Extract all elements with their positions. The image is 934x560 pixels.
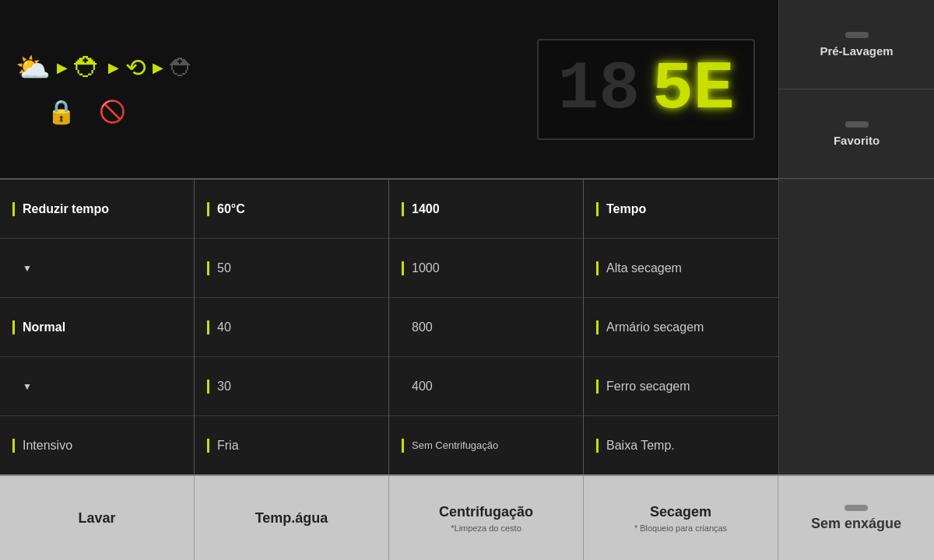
lavar-bottom-label: Lavar [78, 510, 115, 527]
normal-label: Normal [23, 320, 65, 334]
armario-secagem-indicator [596, 320, 599, 334]
tempo-indicator [596, 202, 599, 216]
sem-enxague-indicator [844, 505, 868, 511]
display-area: 18 5E [514, 0, 778, 178]
1000-cell[interactable]: 1000 [389, 239, 583, 298]
normal-indicator [12, 320, 15, 334]
display-digit-2: 5E [652, 55, 735, 124]
washing-machine-panel: ⛅ ▶ ⛑ ▶ ⟲ ▶ ⛑ 🔒 🚫 18 5E [0, 0, 934, 560]
sem-enxague-label: Sem enxágue [811, 516, 901, 532]
sem-centrifugacao-cell[interactable]: Sem Centrifugação [389, 416, 583, 474]
sem-centrifugacao-label: Sem Centrifugação [412, 439, 498, 451]
1400-cell[interactable]: 1400 [389, 180, 583, 239]
800-cell[interactable]: 800 [389, 298, 583, 357]
400-label: 400 [412, 380, 433, 394]
reduzir-tempo-label: Reduzir tempo [23, 202, 109, 216]
alta-secagem-cell[interactable]: Alta secagem [584, 239, 778, 298]
bottom-bar: Lavar Temp.água Centrifugação *Limpeza d… [0, 474, 934, 560]
intensivo-cell[interactable]: Intensivo [0, 416, 194, 474]
1000-label: 1000 [412, 261, 440, 275]
cycle-icon-3: ⟲ [125, 55, 146, 80]
secagem-column: Tempo Alta secagem Armário secagem Ferro… [584, 180, 778, 474]
armario-secagem-label: Armário secagem [606, 320, 704, 334]
400-no-indicator [402, 380, 404, 394]
cycle-icon-4: ⛑ [170, 54, 195, 82]
reduzir-indicator [12, 202, 15, 216]
pre-lavagem-label: Pré-Lavagem [820, 44, 893, 58]
lock-icon: 🔒 [47, 98, 75, 125]
secagem-sublabel: * Bloqueio para crianças [634, 523, 727, 533]
favorito-button[interactable]: Favorito [779, 89, 934, 178]
cycle-icon-1: ⛅ [16, 54, 51, 82]
top-section: ⛅ ▶ ⛑ ▶ ⟲ ▶ ⛑ 🔒 🚫 18 5E [0, 0, 934, 179]
lavar-arrow-down-1[interactable]: ▼ [0, 239, 194, 298]
ferro-secagem-indicator [596, 380, 599, 394]
settings-grid: Reduzir tempo ▼ Normal ▼ Intensivo [0, 179, 778, 474]
1400-label: 1400 [412, 202, 440, 216]
centrifugacao-bottom-button[interactable]: Centrifugação *Limpeza do cesto [389, 476, 584, 560]
30c-label: 30 [217, 380, 231, 394]
pre-lavagem-button[interactable]: Pré-Lavagem [779, 0, 934, 89]
cycle-indicator-area: ⛅ ▶ ⛑ ▶ ⟲ ▶ ⛑ 🔒 🚫 [0, 0, 514, 178]
middle-section: Reduzir tempo ▼ Normal ▼ Intensivo [0, 179, 934, 474]
normal-cell[interactable]: Normal [0, 298, 194, 357]
800-no-indicator [402, 320, 404, 334]
400-cell[interactable]: 400 [389, 357, 583, 416]
lavar-bottom-button[interactable]: Lavar [0, 476, 195, 560]
30c-cell[interactable]: 30 [195, 357, 388, 416]
right-panel-middle [778, 179, 934, 474]
60c-indicator [207, 202, 209, 216]
arrow-icon-2: ▶ [108, 59, 119, 76]
intensivo-label: Intensivo [23, 439, 72, 453]
secagem-bottom-button[interactable]: Secagem * Bloqueio para crianças [584, 476, 778, 560]
50c-cell[interactable]: 50 [195, 239, 388, 298]
40c-indicator [207, 320, 209, 334]
sem-enxague-bottom-button[interactable]: Sem enxágue [778, 476, 934, 560]
1000-indicator [402, 261, 404, 275]
lavar-column: Reduzir tempo ▼ Normal ▼ Intensivo [0, 180, 195, 474]
lavar-arrow-down-2[interactable]: ▼ [0, 357, 194, 416]
tempo-cell[interactable]: Tempo [584, 180, 778, 239]
baixa-temp-cell[interactable]: Baixa Temp. [584, 416, 778, 474]
pre-lavagem-indicator [845, 32, 869, 38]
40c-label: 40 [217, 320, 231, 334]
temp-agua-bottom-label: Temp.água [255, 510, 328, 527]
1400-indicator [402, 202, 404, 216]
arrow-down-icon-2: ▼ [23, 381, 32, 392]
50c-indicator [207, 261, 209, 275]
baixa-temp-label: Baixa Temp. [606, 439, 675, 453]
centrifugacao-column: 1400 1000 800 400 Sem Centrifugação [389, 180, 584, 474]
baixa-temp-indicator [596, 439, 599, 453]
arrow-icon-1: ▶ [57, 59, 68, 76]
display-digits: 18 5E [557, 55, 734, 124]
tempo-label: Tempo [606, 202, 646, 216]
ferro-secagem-cell[interactable]: Ferro secagem [584, 357, 778, 416]
lock-icons-row: 🔒 🚫 [16, 98, 498, 125]
arrow-icon-3: ▶ [153, 59, 163, 76]
fria-label: Fria [217, 439, 239, 453]
temp-agua-column: 60°C 50 40 30 Fria [195, 180, 389, 474]
arrow-down-icon-1: ▼ [23, 263, 32, 274]
armario-secagem-cell[interactable]: Armário secagem [584, 298, 778, 357]
cycle-icon-2: ⛑ [74, 54, 102, 82]
right-panel-top: Pré-Lavagem Favorito [778, 0, 934, 178]
alta-secagem-label: Alta secagem [606, 261, 682, 275]
60c-label: 60°C [217, 202, 245, 216]
display-screen: 18 5E [537, 39, 755, 140]
800-label: 800 [412, 320, 433, 334]
temp-agua-bottom-button[interactable]: Temp.água [195, 476, 389, 560]
display-digit-1: 18 [557, 55, 640, 124]
secagem-bottom-label: Secagem [650, 504, 711, 520]
60c-cell[interactable]: 60°C [195, 180, 388, 239]
sem-centrifugacao-indicator [402, 439, 404, 453]
fria-cell[interactable]: Fria [195, 416, 388, 474]
reduzir-tempo-cell[interactable]: Reduzir tempo [0, 180, 194, 239]
40c-cell[interactable]: 40 [195, 298, 388, 357]
centrifugacao-bottom-label: Centrifugação [439, 504, 533, 520]
fria-indicator [207, 439, 209, 453]
centrifugacao-sublabel: *Limpeza do cesto [451, 523, 521, 533]
no-indicator-2 [12, 380, 15, 394]
30c-indicator [207, 380, 209, 394]
ferro-secagem-label: Ferro secagem [606, 380, 690, 394]
50c-label: 50 [217, 261, 231, 275]
